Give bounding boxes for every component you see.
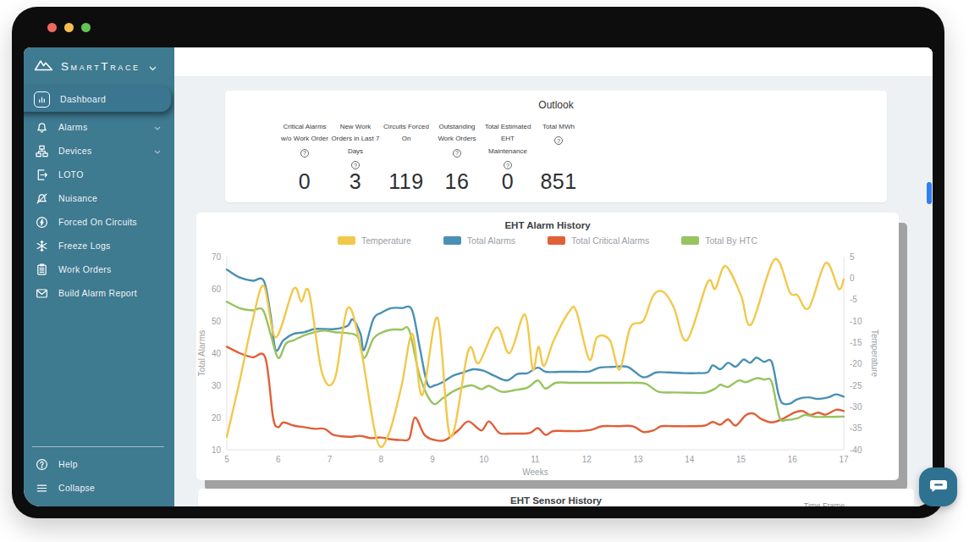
hamburger-icon: [36, 482, 48, 495]
kpi-label: Total Estimated EHT Maintenance: [482, 121, 533, 158]
browser-window-frame: SmartTrace DashboardAlarmsDevicesLOTONui…: [12, 7, 944, 518]
chevron-down-icon: [154, 122, 161, 132]
app-logo-text: SmartTrace: [61, 60, 140, 73]
info-icon[interactable]: ?: [554, 136, 563, 145]
chevron-down-icon: [154, 146, 161, 156]
window-zoom-button[interactable]: [81, 23, 91, 32]
info-icon[interactable]: ?: [453, 149, 461, 158]
svg-text:10: 10: [479, 455, 489, 464]
svg-text:11: 11: [531, 455, 540, 464]
legend-label: Total Critical Alarms: [571, 235, 649, 246]
legend-swatch: [548, 236, 565, 245]
sidebar-item-label: Alarms: [58, 122, 87, 132]
kpi-total-mwh: Total MWh?851: [533, 121, 584, 194]
kpi-value: 3: [350, 169, 361, 194]
bell-icon: [36, 121, 48, 134]
svg-text:0: 0: [850, 274, 855, 283]
svg-text:9: 9: [430, 455, 435, 464]
sidebar-item-label: Dashboard: [60, 94, 106, 104]
legend-swatch: [338, 236, 355, 245]
alarm-history-title: EHT Alarm History: [196, 220, 899, 230]
svg-text:8: 8: [379, 455, 384, 464]
legend-item-total-critical-alarms[interactable]: Total Critical Alarms: [548, 235, 649, 246]
scrollbar-thumb[interactable]: [927, 182, 932, 204]
outlook-title: Outlook: [225, 99, 887, 111]
sensor-history-card: EHT Sensor History Time Frame: [198, 489, 914, 506]
svg-text:13: 13: [633, 455, 643, 464]
svg-text:14: 14: [685, 455, 695, 464]
right-axis-label: Temperature: [870, 329, 879, 378]
sidebar-item-collapse[interactable]: Collapse: [24, 476, 174, 500]
chart-legend: TemperatureTotal AlarmsTotal Critical Al…: [196, 235, 899, 246]
info-icon[interactable]: ?: [504, 161, 512, 169]
help-icon: [36, 458, 48, 471]
time-frame-label: Time Frame: [804, 501, 845, 506]
kpi-outstanding-work-orders: Outstanding Work Orders?16: [432, 121, 482, 194]
kpi-value: 0: [299, 169, 311, 194]
sidebar-item-dashboard[interactable]: Dashboard: [24, 86, 171, 112]
sidebar-item-build-alarm-report[interactable]: Build Alarm Report: [24, 281, 174, 305]
chevron-down-icon: [149, 59, 157, 75]
kpi-value: 0: [502, 169, 514, 194]
legend-item-total-by-htc[interactable]: Total By HTC: [681, 235, 757, 246]
sidebar-item-label: Help: [58, 459, 78, 469]
kpi-row: Critical Alarms w/o Work Order?0New Work…: [279, 121, 584, 194]
sidebar-item-work-orders[interactable]: Work Orders: [24, 257, 174, 281]
legend-item-temperature[interactable]: Temperature: [338, 235, 411, 246]
legend-swatch: [681, 236, 699, 245]
kpi-label: New Work Orders in Last 7 Days: [330, 121, 381, 158]
sidebar-item-label: Nuisance: [58, 193, 97, 203]
sidebar-item-help[interactable]: Help: [24, 452, 174, 476]
svg-text:17: 17: [839, 455, 849, 464]
window-minimize-button[interactable]: [64, 23, 74, 32]
svg-text:-30: -30: [850, 402, 862, 412]
svg-text:-25: -25: [850, 381, 862, 390]
alarm-history-chart: 10203040506070-40-35-30-25-20-15-10-5055…: [196, 246, 899, 485]
snowflake-icon: [36, 240, 48, 252]
svg-text:5: 5: [224, 455, 229, 464]
sidebar-item-label: LOTO: [58, 169, 84, 180]
app-logo[interactable]: SmartTrace: [24, 47, 174, 83]
main-area: Outlook Critical Alarms w/o Work Order?0…: [174, 47, 933, 506]
sidebar-item-alarms[interactable]: Alarms: [24, 115, 174, 139]
mountain-logo-icon: [34, 58, 53, 75]
sidebar: SmartTrace DashboardAlarmsDevicesLOTONui…: [24, 47, 174, 506]
kpi-label: Outstanding Work Orders: [432, 121, 482, 146]
app-window: SmartTrace DashboardAlarmsDevicesLOTONui…: [24, 47, 933, 506]
svg-text:40: 40: [212, 349, 222, 358]
svg-text:5: 5: [850, 252, 855, 262]
sidebar-item-freeze-logs[interactable]: Freeze Logs: [24, 234, 174, 257]
window-close-button[interactable]: [47, 23, 57, 32]
devices-icon: [36, 145, 48, 158]
sidebar-item-nuisance[interactable]: Nuisance: [24, 186, 174, 210]
info-icon[interactable]: ?: [300, 149, 309, 158]
sidebar-item-loto[interactable]: LOTO: [24, 163, 174, 186]
loto-icon: [36, 169, 48, 181]
svg-text:20: 20: [212, 413, 222, 423]
left-axis-label: Total Alarms: [197, 330, 206, 376]
svg-text:10: 10: [212, 445, 222, 455]
legend-label: Temperature: [361, 235, 411, 246]
x-axis-label: Weeks: [522, 467, 548, 477]
sidebar-item-devices[interactable]: Devices: [24, 139, 174, 163]
kpi-circuits-forced-on: Circuits Forced On119: [381, 121, 432, 194]
svg-text:50: 50: [212, 317, 222, 326]
sidebar-footer: HelpCollapse: [24, 452, 174, 500]
sidebar-item-label: Collapse: [58, 483, 95, 493]
svg-text:12: 12: [582, 455, 592, 464]
svg-text:-10: -10: [850, 317, 862, 326]
sidebar-item-forced-on-circuits[interactable]: Forced On Circuits: [24, 210, 174, 234]
svg-text:6: 6: [276, 455, 281, 464]
sidebar-item-label: Forced On Circuits: [58, 217, 137, 227]
svg-text:60: 60: [212, 285, 222, 294]
legend-item-total-alarms[interactable]: Total Alarms: [443, 235, 515, 246]
sidebar-item-label: Devices: [58, 146, 91, 156]
outlook-card: Outlook Critical Alarms w/o Work Order?0…: [225, 91, 887, 202]
dashboard-icon: [34, 91, 50, 108]
chat-widget-button[interactable]: [919, 467, 957, 506]
svg-text:-5: -5: [850, 295, 857, 304]
kpi-value: 851: [540, 169, 576, 194]
info-icon[interactable]: ?: [351, 161, 360, 169]
content-area: Outlook Critical Alarms w/o Work Order?0…: [174, 77, 933, 506]
kpi-critical-alarms-w-o-work-order: Critical Alarms w/o Work Order?0: [279, 121, 330, 194]
